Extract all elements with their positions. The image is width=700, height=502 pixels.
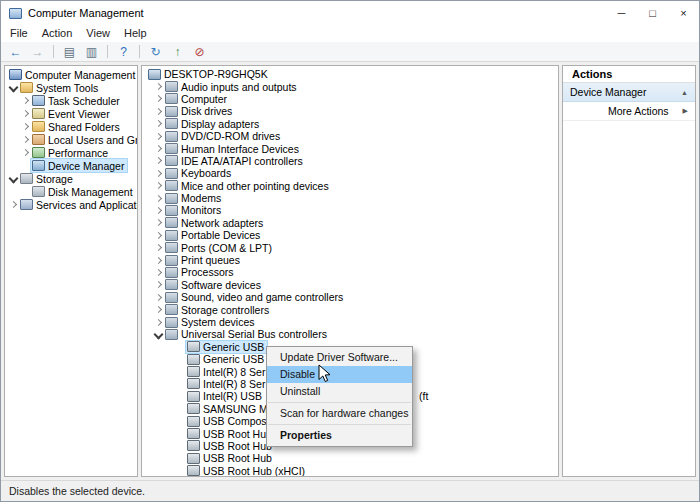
- expand-chevron-icon[interactable]: [153, 180, 164, 192]
- tree-item-local-users-and-groups[interactable]: Local Users and Groups: [5, 133, 137, 146]
- tree-item-system-tools[interactable]: System Tools: [5, 81, 137, 94]
- tree-item-keyboards[interactable]: Keyboards: [142, 167, 558, 179]
- expand-chevron-icon[interactable]: [153, 241, 164, 253]
- event-viewer-icon: [32, 108, 45, 119]
- menu-help[interactable]: Help: [117, 25, 154, 42]
- export-list-button[interactable]: ▥: [81, 43, 102, 61]
- tree-item-disk-drives[interactable]: Disk drives: [142, 105, 558, 117]
- expand-chevron-icon[interactable]: [20, 146, 31, 159]
- tree-item-sound-video-and-game-controllers[interactable]: Sound, video and game controllers: [142, 291, 558, 303]
- tree-item-label: Generic USB: [203, 341, 264, 353]
- tree-item-portable-devices[interactable]: Portable Devices: [142, 229, 558, 241]
- tree-item-event-viewer[interactable]: Event Viewer: [5, 107, 137, 120]
- tree-item-usb-root-hub[interactable]: USB Root Hub: [142, 452, 558, 464]
- update-driver-button[interactable]: ↑: [167, 43, 188, 61]
- tree-item-shared-folders[interactable]: Shared Folders: [5, 120, 137, 133]
- context-menu-item-properties[interactable]: Properties: [267, 427, 412, 444]
- tree-item-desktop-r9ghq5k[interactable]: DESKTOP-R9GHQ5K: [142, 68, 558, 80]
- context-menu-item-uninstall[interactable]: Uninstall: [267, 383, 412, 400]
- tree-item-monitors[interactable]: Monitors: [142, 204, 558, 216]
- collapse-chevron-icon[interactable]: [8, 172, 19, 185]
- tree-item-display-adapters[interactable]: Display adapters: [142, 118, 558, 130]
- expand-chevron-icon[interactable]: [153, 130, 164, 142]
- tree-item-network-adapters[interactable]: Network adapters: [142, 217, 558, 229]
- expand-chevron-icon[interactable]: [153, 192, 164, 204]
- minimize-button[interactable]: ─: [606, 1, 637, 25]
- maximize-button[interactable]: □: [637, 1, 668, 25]
- expand-chevron-icon[interactable]: [20, 133, 31, 146]
- expand-chevron-icon[interactable]: [153, 254, 164, 266]
- forward-button[interactable]: →: [27, 43, 48, 61]
- expand-chevron-icon[interactable]: [153, 142, 164, 154]
- dvd-drive-icon: [165, 131, 178, 142]
- tree-item-modems[interactable]: Modems: [142, 192, 558, 204]
- context-menu-item-update-driver-software[interactable]: Update Driver Software...: [267, 349, 412, 366]
- expand-chevron-icon[interactable]: [20, 94, 31, 107]
- back-button[interactable]: ←: [5, 43, 26, 61]
- expand-chevron-icon[interactable]: [153, 303, 164, 315]
- more-actions-row[interactable]: More Actions ▶: [563, 102, 695, 121]
- expand-chevron-icon[interactable]: [153, 279, 164, 291]
- tree-item-dvd-cd-rom-drives[interactable]: DVD/CD-ROM drives: [142, 130, 558, 142]
- collapse-section-icon[interactable]: ▲: [681, 89, 688, 96]
- collapse-chevron-icon[interactable]: [153, 328, 164, 340]
- tree-item-ports-com-lpt[interactable]: Ports (COM & LPT): [142, 241, 558, 253]
- expand-chevron-icon[interactable]: [153, 93, 164, 105]
- tree-item-print-queues[interactable]: Print queues: [142, 254, 558, 266]
- tree-item-human-interface-devices[interactable]: Human Interface Devices: [142, 142, 558, 154]
- collapse-chevron-icon[interactable]: [8, 81, 19, 94]
- tree-item-body: Storage: [19, 172, 76, 185]
- expand-chevron-icon[interactable]: [20, 120, 31, 133]
- actions-section-device-manager[interactable]: Device Manager ▲: [563, 83, 695, 102]
- expand-chevron-icon[interactable]: [153, 291, 164, 303]
- help-icon: ?: [120, 46, 127, 58]
- context-menu-item-disable[interactable]: Disable: [267, 366, 412, 383]
- expand-chevron-icon[interactable]: [20, 107, 31, 120]
- expand-chevron-icon[interactable]: [153, 217, 164, 229]
- expand-chevron-icon[interactable]: [153, 105, 164, 117]
- context-menu-item-scan-for-hardware-changes[interactable]: Scan for hardware changes: [267, 405, 412, 422]
- expand-chevron-icon[interactable]: [153, 80, 164, 92]
- tree-item-label: Monitors: [181, 204, 221, 216]
- tree-item-storage-controllers[interactable]: Storage controllers: [142, 303, 558, 315]
- tree-item-ide-ata-atapi-controllers[interactable]: IDE ATA/ATAPI controllers: [142, 155, 558, 167]
- tree-item-task-scheduler[interactable]: Task Scheduler: [5, 94, 137, 107]
- menu-file[interactable]: File: [3, 25, 35, 42]
- tree-item-body: Intel(R) 8 Ser: [186, 378, 268, 390]
- show-console-tree-button[interactable]: ▤: [59, 43, 80, 61]
- close-button[interactable]: ×: [668, 1, 699, 25]
- tree-item-label: Intel(R) 8 Ser: [203, 366, 265, 378]
- tree-item-device-manager[interactable]: Device Manager: [5, 159, 137, 172]
- tree-item-disk-management[interactable]: Disk Management: [5, 185, 137, 198]
- expand-chevron-icon[interactable]: [153, 167, 164, 179]
- scan-hardware-changes-button[interactable]: ↻: [145, 43, 166, 61]
- tree-item-services-and-applications[interactable]: Services and Applications: [5, 198, 137, 211]
- tree-item-storage[interactable]: Storage: [5, 172, 137, 185]
- title-bar[interactable]: Computer Management ─□×: [1, 1, 699, 25]
- tree-item-processors[interactable]: Processors: [142, 266, 558, 278]
- tree-item-performance[interactable]: Performance: [5, 146, 137, 159]
- tree-item-universal-serial-bus-controllers[interactable]: Universal Serial Bus controllers: [142, 328, 558, 340]
- disable-device-button[interactable]: ⊘: [189, 43, 210, 61]
- tree-item-body: USB Root Hub: [186, 440, 275, 452]
- expand-chevron-icon[interactable]: [153, 229, 164, 241]
- tree-item-software-devices[interactable]: Software devices: [142, 279, 558, 291]
- expand-chevron-icon[interactable]: [153, 118, 164, 130]
- tree-item-label: Shared Folders: [48, 121, 120, 133]
- expand-chevron-icon[interactable]: [153, 204, 164, 216]
- menu-view[interactable]: View: [79, 25, 117, 42]
- tree-item-label: Display adapters: [181, 118, 259, 130]
- menu-action[interactable]: Action: [35, 25, 80, 42]
- tree-item-computer-management-local[interactable]: Computer Management (Local: [5, 68, 137, 81]
- expand-chevron-icon[interactable]: [153, 155, 164, 167]
- tree-item-system-devices[interactable]: System devices: [142, 316, 558, 328]
- scan-hardware-changes-icon: ↻: [150, 46, 160, 58]
- tree-item-computer[interactable]: Computer: [142, 93, 558, 105]
- tree-item-audio-inputs-and-outputs[interactable]: Audio inputs and outputs: [142, 80, 558, 92]
- expand-chevron-icon[interactable]: [153, 316, 164, 328]
- expand-chevron-icon[interactable]: [8, 198, 19, 211]
- help-button[interactable]: ?: [113, 43, 134, 61]
- expand-chevron-icon[interactable]: [153, 266, 164, 278]
- tree-item-usb-root-hub-xhci[interactable]: USB Root Hub (xHCI): [142, 465, 558, 477]
- tree-item-mice-and-other-pointing-devices[interactable]: Mice and other pointing devices: [142, 180, 558, 192]
